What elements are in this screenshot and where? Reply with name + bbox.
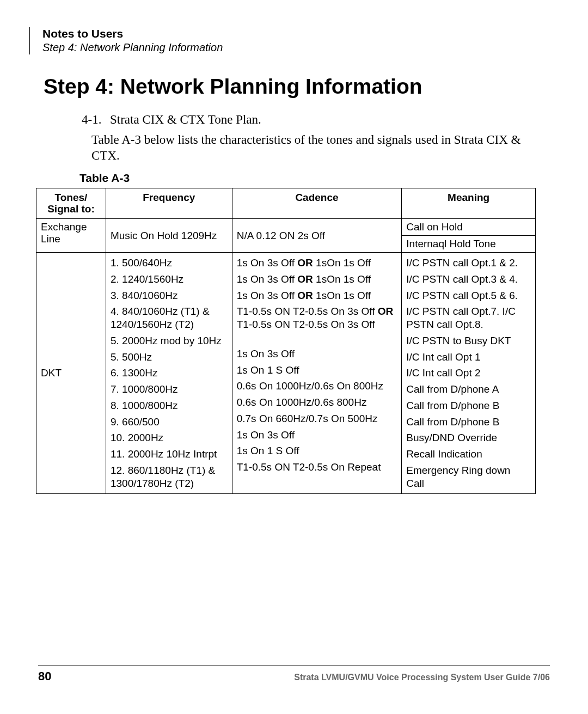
page-number: 80 bbox=[38, 669, 51, 684]
header-section-title: Notes to Users bbox=[42, 27, 550, 40]
intro-paragraph: Table A-3 below lists the characteristic… bbox=[91, 132, 534, 164]
cell-frequency: 1. 500/640Hz 2. 1240/1560Hz 3. 840/1060H… bbox=[106, 253, 232, 494]
table-row: DKT 1. 500/640Hz 2. 1240/1560Hz 3. 840/1… bbox=[36, 253, 536, 494]
col-header-frequency: Frequency bbox=[106, 188, 232, 219]
cell-signal: Exchange Line bbox=[36, 219, 106, 253]
cell-meaning: I/C PSTN call Opt.1 & 2. I/C PSTN call O… bbox=[402, 253, 536, 494]
page-footer: 80 Strata LVMU/GVMU Voice Processing Sys… bbox=[38, 669, 550, 684]
list-item-number: 4-1. bbox=[82, 113, 110, 127]
cell-meaning: Call on Hold bbox=[402, 219, 536, 236]
cell-meaning: Internaql Hold Tone bbox=[402, 236, 536, 253]
tone-plan-table: Tones/ Signal to: Frequency Cadence Mean… bbox=[36, 188, 536, 495]
header-left-rule bbox=[29, 27, 30, 54]
page-title: Step 4: Network Planning Information bbox=[44, 75, 550, 99]
list-item-text: Strata CIX & CTX Tone Plan. bbox=[110, 113, 261, 127]
page-header: Notes to Users Step 4: Network Planning … bbox=[33, 27, 550, 54]
header-step-title: Step 4: Network Planning Information bbox=[42, 41, 550, 54]
cell-cadence: N/A 0.12 ON 2s Off bbox=[232, 219, 402, 253]
footer-rule bbox=[38, 666, 550, 666]
cell-signal: DKT bbox=[36, 253, 106, 494]
table-caption: Table A-3 bbox=[79, 172, 550, 185]
list-item: 4-1. Strata CIX & CTX Tone Plan. bbox=[82, 113, 550, 127]
footer-guide-title: Strata LVMU/GVMU Voice Processing System… bbox=[294, 673, 550, 682]
cell-cadence: 1s On 3s Off OR 1sOn 1s Off 1s On 3s Off… bbox=[232, 253, 402, 494]
cell-frequency: Music On Hold 1209Hz bbox=[106, 219, 232, 253]
col-header-signal: Tones/ Signal to: bbox=[36, 188, 106, 219]
table-row: Exchange Line Music On Hold 1209Hz N/A 0… bbox=[36, 219, 536, 236]
col-header-cadence: Cadence bbox=[232, 188, 402, 219]
col-header-meaning: Meaning bbox=[402, 188, 536, 219]
